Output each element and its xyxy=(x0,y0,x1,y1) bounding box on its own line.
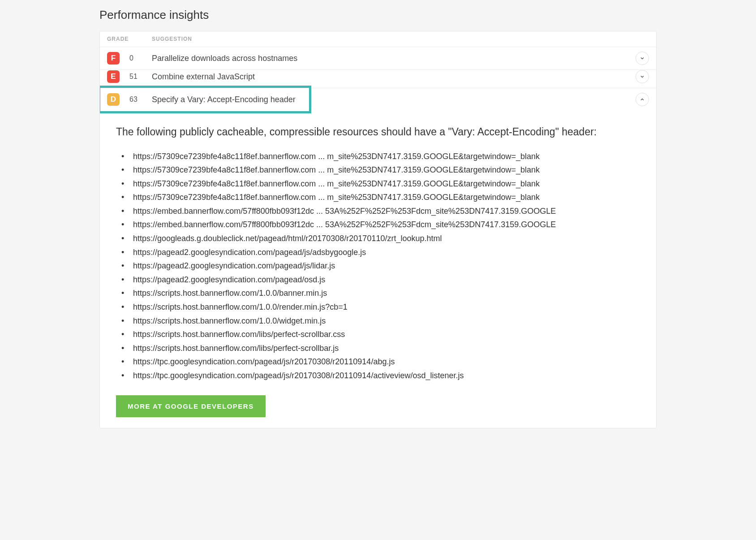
resource-item: https://embed.bannerflow.com/57ff800fbb0… xyxy=(121,218,640,232)
resource-item: https://57309ce7239bfe4a8c11f8ef.bannerf… xyxy=(121,163,640,177)
chevron-down-icon[interactable] xyxy=(636,70,649,83)
grade-badge: F xyxy=(107,52,120,65)
panel-header: GRADE SUGGESTION xyxy=(100,31,656,47)
header-grade: GRADE xyxy=(107,36,152,42)
grade-badge: D xyxy=(107,93,120,106)
resource-item: https://57309ce7239bfe4a8c11f8ef.bannerf… xyxy=(121,150,640,164)
resource-item: https://scripts.host.bannerflow.com/libs… xyxy=(121,341,640,355)
chevron-up-icon[interactable] xyxy=(636,93,649,106)
resource-item: https://57309ce7239bfe4a8c11f8ef.bannerf… xyxy=(121,177,640,191)
resource-item: https://pagead2.googlesyndication.com/pa… xyxy=(121,273,640,287)
insights-panel: GRADE SUGGESTION F0Parallelize downloads… xyxy=(99,31,657,428)
resource-item: https://scripts.host.bannerflow.com/libs… xyxy=(121,328,640,341)
header-suggestion: SUGGESTION xyxy=(152,36,649,42)
resource-item: https://scripts.host.bannerflow.com/1.0.… xyxy=(121,286,640,300)
more-at-google-developers-button[interactable]: MORE AT GOOGLE DEVELOPERS xyxy=(116,395,266,417)
suggestion-text: Combine external JavaScript xyxy=(152,72,636,82)
grade-badge: E xyxy=(107,70,120,83)
resource-list: https://57309ce7239bfe4a8c11f8ef.bannerf… xyxy=(116,150,640,383)
resource-item: https://57309ce7239bfe4a8c11f8ef.bannerf… xyxy=(121,190,640,204)
details-intro: The following publicly cacheable, compre… xyxy=(116,124,640,140)
resource-item: https://tpc.googlesyndication.com/pagead… xyxy=(121,355,640,369)
resource-item: https://tpc.googlesyndication.com/pagead… xyxy=(121,369,640,383)
resource-item: https://scripts.host.bannerflow.com/1.0.… xyxy=(121,300,640,314)
grade-score: 51 xyxy=(129,73,145,81)
grade-score: 0 xyxy=(129,54,145,62)
insight-details: The following publicly cacheable, compre… xyxy=(100,111,656,428)
page-title: Performance insights xyxy=(99,8,657,22)
insight-row[interactable]: D63Specify a Vary: Accept-Encoding heade… xyxy=(100,88,656,111)
resource-item: https://pagead2.googlesyndication.com/pa… xyxy=(121,246,640,259)
suggestion-text: Specify a Vary: Accept-Encoding header xyxy=(152,95,636,104)
insight-row[interactable]: E51Combine external JavaScript xyxy=(100,65,656,88)
chevron-down-icon[interactable] xyxy=(636,52,649,65)
resource-item: https://pagead2.googlesyndication.com/pa… xyxy=(121,259,640,273)
suggestion-text: Parallelize downloads across hostnames xyxy=(152,54,636,63)
resource-item: https://scripts.host.bannerflow.com/1.0.… xyxy=(121,314,640,328)
grade-score: 63 xyxy=(129,95,145,104)
resource-item: https://embed.bannerflow.com/57ff800fbb0… xyxy=(121,204,640,218)
resource-item: https://googleads.g.doubleclick.net/page… xyxy=(121,232,640,246)
